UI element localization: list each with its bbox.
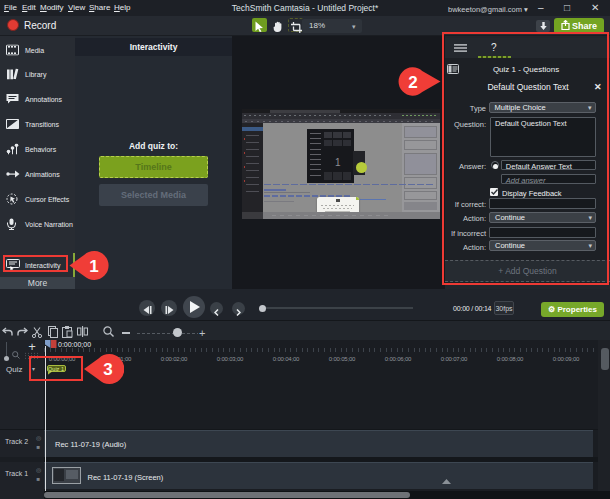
svg-text:2: 2 bbox=[408, 73, 417, 92]
svg-text:3: 3 bbox=[103, 360, 112, 379]
svg-text:1: 1 bbox=[89, 257, 98, 276]
